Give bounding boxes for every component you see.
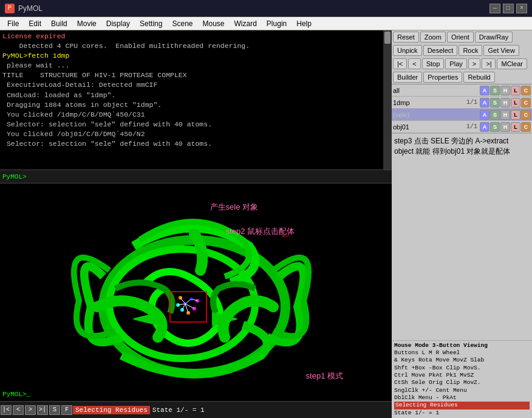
menu-item-setting[interactable]: Setting (135, 18, 167, 29)
mouse-mode-line: Shft +Box -Box Clip MovS. (394, 365, 530, 372)
object-row--sele-[interactable]: (sele)ASHLC (392, 109, 532, 121)
obj-btn-a[interactable]: A (480, 110, 489, 120)
obj-btn-l[interactable]: L (511, 122, 520, 132)
rp-btn-rock[interactable]: Rock (459, 45, 482, 56)
maximize-btn[interactable]: □ (503, 4, 514, 13)
obj-btn-s[interactable]: S (490, 110, 500, 120)
nav-next-btn[interactable]: > (25, 405, 36, 415)
object-row-all[interactable]: allASHLC (392, 84, 532, 97)
playback-btn--[interactable]: > (468, 58, 480, 69)
log-area: License expired Detected 4 CPU cores. En… (0, 30, 392, 170)
molecule-view (0, 183, 392, 418)
minimize-btn[interactable]: — (489, 4, 500, 13)
object-buttons: ASHLC (480, 122, 531, 132)
log-line: ExecutiveLoad-Detail: Detected mmCIF (2, 80, 389, 90)
menu-item-movie[interactable]: Movie (72, 18, 101, 29)
log-line: License expired (2, 32, 389, 41)
menu-item-plugin[interactable]: Plugin (262, 18, 292, 29)
playback-btn-Stop[interactable]: Stop (422, 58, 445, 69)
rp-btn-reset[interactable]: Reset (393, 32, 419, 43)
rp-btn-builder[interactable]: Builder (393, 72, 422, 83)
obj-btn-c[interactable]: C (521, 110, 531, 120)
playback-btn---[interactable]: |< (393, 58, 407, 69)
mouse-mode-line: & Keys Rota Move MovZ Slab (394, 357, 530, 364)
object-list: allASHLC1dmp1/1ASHLC(sele)ASHLCobj011/1A… (392, 84, 532, 133)
nav-s-btn[interactable]: S (49, 405, 60, 415)
rp-btn-properties[interactable]: Properties (423, 72, 462, 83)
rp-btn-orient[interactable]: Orient (447, 32, 474, 43)
app-icon: P (5, 4, 15, 13)
rp-btn-zoom[interactable]: Zoom (420, 32, 446, 43)
obj-btn-c[interactable]: C (521, 122, 531, 132)
playback-btn--[interactable]: < (408, 58, 420, 69)
log-line: Dragging 1884 atoms in object "1dmp". (2, 100, 389, 110)
object-name: obj01 (393, 123, 466, 131)
log-lines: License expired Detected 4 CPU cores. En… (2, 32, 389, 149)
rp-btn-unpick[interactable]: Unpick (393, 45, 422, 56)
menu-item-edit[interactable]: Edit (24, 18, 46, 29)
nav-prev-btn[interactable]: < (13, 405, 24, 415)
object-buttons: ASHLC (480, 98, 531, 108)
obj-btn-c[interactable]: C (521, 86, 531, 95)
obj-btn-l[interactable]: L (511, 98, 520, 108)
log-line: PyMOL>fetch 1dmp (2, 51, 389, 61)
menubar: FileEditBuildMovieDisplaySettingSceneMou… (0, 17, 532, 30)
viewport[interactable]: License expired (0, 183, 392, 418)
object-row-obj01[interactable]: obj011/1ASHLC (392, 121, 532, 133)
rp-btn-rebuild[interactable]: Rebuild (463, 72, 494, 83)
mouse-mode-line: CtSh Sele Orig Clip MovZ. (394, 379, 530, 386)
mouse-mode-line: DblClk Menu - PkAt (394, 394, 530, 402)
log-line: Selector: selection "sele" defined with … (2, 120, 389, 129)
obj-btn-h[interactable]: H (500, 110, 510, 120)
obj-btn-s[interactable]: S (490, 86, 500, 95)
step3-text: step3 点击 SELE 旁边的 A->extract object 就能 得… (394, 136, 530, 157)
cmdline-prompt: PyMOL>_ (2, 391, 30, 398)
menu-item-build[interactable]: Build (46, 18, 72, 29)
menu-item-display[interactable]: Display (101, 18, 135, 29)
bottom-nav-bar: |< < > >| S F Selecting Residues State 1… (0, 401, 392, 418)
nav-f-btn[interactable]: F (61, 405, 72, 415)
obj-btn-a[interactable]: A (480, 86, 489, 95)
menu-item-file[interactable]: File (2, 18, 24, 29)
rp-btn-draw-ray[interactable]: Draw/Ray (475, 32, 513, 43)
obj-btn-a[interactable]: A (480, 122, 489, 132)
menu-item-scene[interactable]: Scene (167, 18, 197, 29)
nav-first-btn[interactable]: |< (1, 405, 12, 415)
rp-btn-get-view[interactable]: Get View (483, 45, 519, 56)
mclear-btn[interactable]: MClear (497, 58, 527, 69)
nav-last-btn[interactable]: >| (37, 405, 48, 415)
log-line: please wait ... (2, 61, 389, 70)
cmd-prompt: PyMOL> (2, 173, 27, 180)
window-controls: — □ × (489, 4, 527, 13)
close-btn[interactable]: × (516, 4, 527, 13)
object-buttons: ASHLC (480, 110, 531, 120)
app-title: PyMOL (18, 4, 43, 13)
obj-btn-h[interactable]: H (500, 98, 510, 108)
scrollbar-thumb[interactable] (384, 32, 390, 44)
right-info-panel: step3 点击 SELE 旁边的 A->extract object 就能 得… (392, 133, 532, 340)
mouse-mode-help: Mouse Mode 3-Button ViewingButtons L M R… (392, 340, 532, 418)
menu-item-wizard[interactable]: Wizard (230, 18, 262, 29)
object-count: 1/1 (466, 123, 477, 130)
obj-btn-a[interactable]: A (480, 98, 489, 108)
object-row-1dmp[interactable]: 1dmp1/1ASHLC (392, 97, 532, 109)
menu-item-mouse[interactable]: Mouse (197, 18, 229, 29)
mouse-mode-title: Mouse Mode 3-Button Viewing (394, 342, 530, 349)
obj-btn-s[interactable]: S (490, 98, 500, 108)
obj-btn-l[interactable]: L (511, 86, 520, 95)
playback-btn-Play[interactable]: Play (445, 58, 466, 69)
rp-btn-deselect[interactable]: Deselect (423, 45, 458, 56)
playback-btn---[interactable]: >| (482, 58, 496, 69)
obj-btn-l[interactable]: L (511, 110, 520, 120)
log-line: You clicked /obj01/C/B/DMQ`450/N2 (2, 129, 389, 139)
log-line: Detected 4 CPU cores. Enabled multithrea… (2, 41, 389, 51)
menu-item-help[interactable]: Help (292, 18, 316, 29)
log-line: You clicked /1dmp/C/B/DMQ`450/C31 (2, 110, 389, 120)
obj-btn-s[interactable]: S (490, 122, 500, 132)
obj-btn-h[interactable]: H (500, 86, 510, 95)
cmdline[interactable]: PyMOL>_ (0, 388, 392, 401)
obj-btn-c[interactable]: C (521, 98, 531, 108)
mouse-mode-line: Selecting Residues (394, 402, 530, 409)
log-scrollbar[interactable] (383, 30, 392, 170)
obj-btn-h[interactable]: H (500, 122, 510, 132)
